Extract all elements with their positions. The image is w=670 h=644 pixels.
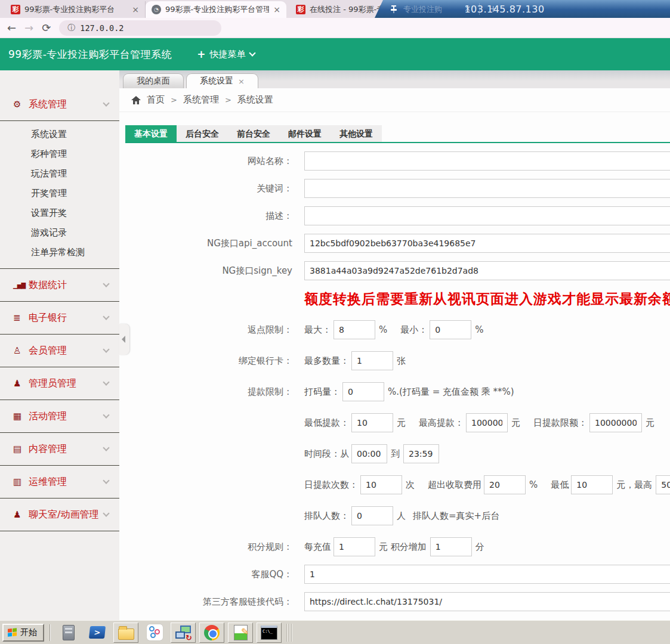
globe-favicon: ◔ (152, 5, 161, 14)
service-qq-input[interactable] (304, 565, 670, 584)
dama-label: 打码量： (304, 386, 340, 398)
chevron-down-icon (103, 280, 109, 287)
breadcrumb-home[interactable]: 首页 (147, 94, 165, 106)
close-icon[interactable]: × (273, 5, 280, 14)
sidebar-item-activity-mgmt[interactable]: ▦ 活动管理 (0, 400, 119, 432)
unit-text: % (379, 324, 387, 335)
rdp-ip-address: 103.145.87.130 (375, 4, 634, 15)
description-input[interactable] (304, 206, 670, 225)
withdraw-min-input[interactable] (351, 413, 393, 432)
browser-tab-1[interactable]: 彩 99彩票-专业投注购彩平台 × (5, 1, 146, 18)
site-name-input[interactable] (304, 151, 670, 171)
sidebar-item-data-stats[interactable]: ▁▅▇ 数据统计 (0, 269, 119, 301)
tab-basic-settings[interactable]: 基本设置 (125, 125, 177, 142)
browser-tab-2-active[interactable]: ◔ 99彩票-专业投注购彩平台管理系 × (146, 1, 286, 18)
points-per-input[interactable] (334, 537, 375, 556)
taskbar-rings-app-icon[interactable] (142, 623, 167, 643)
form-row: 第三方客服链接代码： (125, 592, 670, 611)
start-button[interactable]: 开始 (2, 624, 44, 642)
ng-api-account-input[interactable] (304, 234, 670, 253)
browser-tab-strip: 彩 99彩票-专业投注购彩平台 × ◔ 99彩票-专业投注购彩平台管理系 × 彩… (0, 0, 670, 18)
time-to-input[interactable] (403, 444, 439, 463)
sidebar-item-set-draw[interactable]: 设置开奖 (0, 203, 119, 223)
form-row: 提款限制： 打码量： %.(打码量 = 充值金额 乘 **%) (125, 382, 670, 401)
page-tab-bar: 我的桌面 系统设置 × (119, 70, 670, 88)
rebate-max-input[interactable] (334, 320, 375, 339)
time-from-input[interactable] (351, 444, 387, 463)
sidebar-item-game-records[interactable]: 游戏记录 (0, 223, 119, 243)
sidebar-item-system-mgmt[interactable]: ⚙ 系统管理 (0, 88, 119, 120)
taskbar-server-manager-icon[interactable] (56, 623, 81, 643)
sidebar-item-ops-mgmt[interactable]: ▥ 运维管理 (0, 466, 119, 498)
gift-icon: ▦ (13, 411, 29, 422)
keywords-label: 关键词： (125, 183, 292, 194)
tab-frontend-security[interactable]: 前台安全 (228, 125, 279, 142)
dama-input[interactable] (342, 382, 384, 401)
sidebar-item-label: 活动管理 (29, 410, 104, 423)
keywords-input[interactable] (304, 179, 670, 198)
sidebar-item-chat-mgmt[interactable]: ♟ 聊天室/动画管理 (0, 499, 119, 531)
page-tab-label: 系统设置 (200, 76, 233, 86)
rebate-min-input[interactable] (430, 320, 471, 339)
withdraw-max-input[interactable] (466, 413, 508, 432)
taskbar-powershell-icon[interactable]: > (85, 623, 110, 643)
taskbar-grip-handle[interactable] (286, 624, 294, 642)
tab-backend-security[interactable]: 后台安全 (177, 125, 228, 142)
sidebar-item-member-mgmt[interactable]: ♙ 会员管理 (0, 335, 119, 367)
browser-toolbar: ← → ⟳ ⓘ 127.0.0.2 (0, 18, 670, 38)
tab-mail-settings[interactable]: 邮件设置 (279, 125, 331, 142)
form-row: 排队人数： 人 排队人数=真实+后台 (125, 506, 670, 525)
quick-menu-label: 快捷菜单 (210, 49, 246, 60)
sidebar-item-play-mgmt[interactable]: 玩法管理 (0, 164, 119, 184)
close-icon[interactable]: × (132, 5, 139, 14)
taskbar-chrome-icon[interactable] (199, 623, 224, 643)
sidebar-item-ebank[interactable]: ≣ 电子银行 (0, 302, 119, 334)
sidebar-item-draw-mgmt[interactable]: 开奖管理 (0, 184, 119, 203)
queue-input[interactable] (351, 506, 393, 525)
page-tab-label: 我的桌面 (137, 76, 170, 86)
taskbar-terminal-icon[interactable]: C:\_ (257, 623, 282, 643)
info-icon[interactable]: ⓘ (67, 23, 75, 33)
page-tab-system-settings[interactable]: 系统设置 × (186, 73, 258, 88)
chevron-down-icon (103, 510, 109, 516)
ng-sign-key-input[interactable] (304, 261, 670, 280)
daily-withdraw-limit-input[interactable] (589, 413, 642, 432)
sidebar-item-lottery-mgmt[interactable]: 彩种管理 (0, 144, 119, 164)
bank-card-label: 绑定银行卡： (125, 355, 292, 367)
withdraw-limit-label: 提款限制： (125, 386, 292, 398)
fee-low-input[interactable] (571, 475, 613, 494)
address-bar[interactable]: ⓘ 127.0.0.2 (59, 20, 221, 36)
tab-other-settings[interactable]: 其他设置 (331, 125, 382, 142)
sidebar-item-system-settings[interactable]: 系统设置 (0, 125, 119, 144)
taskbar-file-explorer-icon[interactable] (113, 623, 138, 643)
sidebar-item-admin-mgmt[interactable]: ♟ 管理员管理 (0, 367, 119, 400)
unit-text: % (475, 324, 483, 335)
unit-text: 元 (646, 417, 654, 429)
app-header: 99彩票-专业投注购彩平台管理系统 + 快捷菜单 (0, 38, 670, 70)
reload-icon[interactable]: ⟳ (42, 23, 51, 33)
page-tab-desktop[interactable]: 我的桌面 (123, 73, 184, 88)
breadcrumb-system-mgmt[interactable]: 系统管理 (183, 94, 219, 106)
queue-note: 排队人数=真实+后台 (413, 510, 499, 522)
breadcrumb-system-settings[interactable]: 系统设置 (237, 94, 273, 106)
sidebar-item-bet-anomaly[interactable]: 注单异常检测 (0, 243, 119, 262)
withdraw-min-label: 最低提款： (304, 417, 349, 429)
quick-menu-button[interactable]: + 快捷菜单 (197, 48, 254, 60)
taskbar-remote-desktop-icon[interactable]: ↻ (171, 623, 196, 643)
points-add-input[interactable] (430, 537, 472, 556)
sidebar-item-content-mgmt[interactable]: ▤ 内容管理 (0, 433, 119, 465)
taskbar-text-editor-icon[interactable] (228, 623, 253, 643)
form-row: 额度转换后需要重新从视讯页面进入游戏才能显示最新余额 (125, 290, 670, 308)
bank-card-count-input[interactable] (351, 351, 393, 370)
forward-icon[interactable]: → (24, 23, 33, 33)
third-party-chat-input[interactable] (304, 592, 670, 611)
close-icon[interactable]: × (238, 77, 245, 86)
sidebar-collapse-handle[interactable] (119, 324, 129, 355)
fee-high-input[interactable] (656, 475, 670, 494)
daily-times-input[interactable] (360, 475, 402, 494)
form-tabs: 基本设置 后台安全 前台安全 邮件设置 其他设置 (125, 125, 670, 143)
back-icon[interactable]: ← (7, 23, 16, 33)
taskbar: 开始 > ↻ C:\_ (0, 620, 670, 644)
chevron-down-icon (103, 477, 109, 484)
excess-fee-input[interactable] (484, 475, 526, 494)
